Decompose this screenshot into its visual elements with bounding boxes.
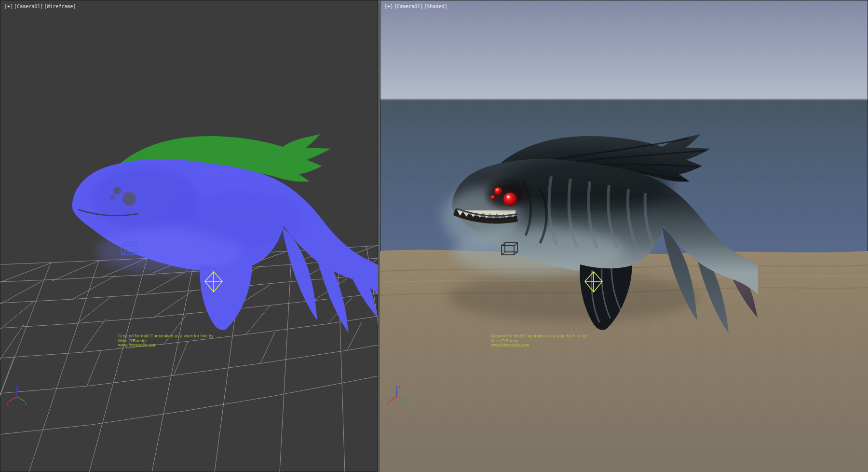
wireframe-scene-canvas[interactable]: [0, 0, 378, 472]
shading-blob: [96, 229, 241, 273]
viewport-menu-shading[interactable]: [Shaded]: [424, 4, 447, 10]
watermark-line: www.fritzstudio.com: [491, 343, 587, 348]
fish-eye-red: [503, 193, 517, 206]
fish-eyes-shaded: [487, 182, 526, 208]
watermark-line: www.fritzstudio.com: [118, 343, 215, 348]
axis-label-y: y: [405, 402, 407, 405]
viewport-menu-pov[interactable]: [Camera01]: [14, 4, 43, 10]
fish-eye: [110, 195, 115, 200]
eye-highlight: [507, 195, 510, 198]
fish-eye-red: [491, 195, 495, 200]
viewport-shaded[interactable]: [+] [Camera01] [Shaded] Created for Inte…: [380, 0, 868, 472]
world-axis-gizmo: z x y: [6, 382, 28, 405]
scene-watermark: Created for Intel Corporation as a work …: [491, 334, 587, 348]
viewport-menu-shading[interactable]: [Wireframe]: [44, 4, 76, 10]
pelvic-fin[interactable]: [200, 264, 252, 330]
viewport-menu-general[interactable]: [+]: [4, 4, 13, 10]
axis-label-y: y: [25, 402, 27, 405]
fish-eye: [122, 192, 136, 206]
fish-model-wireframe[interactable]: [72, 134, 378, 333]
fish-ground-shadow: [448, 273, 698, 321]
shaded-scene-canvas[interactable]: [380, 0, 868, 472]
world-axis-gizmo: z x y: [386, 382, 408, 405]
viewport-wireframe[interactable]: [+] [Camera01] [Wireframe] Created for I…: [0, 0, 378, 472]
viewport-menu-pov[interactable]: [Camera01]: [394, 4, 423, 10]
axis-label-x: x: [6, 402, 9, 405]
viewport-menu-general[interactable]: [+]: [384, 4, 393, 10]
axis-label-z: z: [18, 385, 21, 389]
fish-eye-red: [494, 187, 502, 195]
axis-label-z: z: [398, 385, 401, 389]
eye-highlight: [496, 189, 498, 191]
axis-label-x: x: [386, 402, 389, 405]
ground-grid-mesh: [0, 245, 378, 472]
scene-watermark: Created for Intel Corporation as a work …: [118, 334, 215, 348]
viewport-label: [+] [Camera01] [Shaded]: [384, 4, 447, 10]
viewport-label: [+] [Camera01] [Wireframe]: [4, 4, 76, 10]
fish-eye: [113, 187, 121, 194]
dual-viewport-stage: [+] [Camera01] [Wireframe] Created for I…: [0, 0, 868, 472]
